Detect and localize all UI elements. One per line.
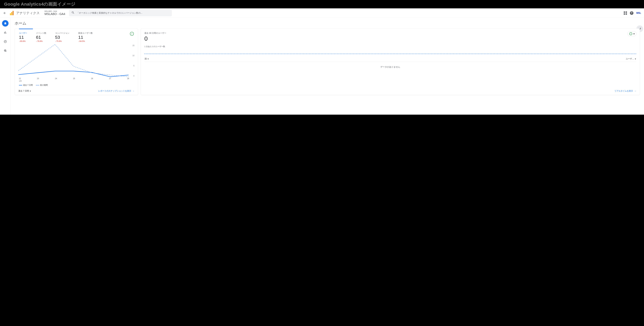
no-data-message: データがありません bbox=[144, 62, 636, 72]
link-label: レポートのスナップショットを表示 bbox=[98, 90, 131, 92]
legend-swatch-dash bbox=[36, 85, 39, 85]
x-tick: 23 bbox=[37, 77, 39, 79]
metrics-row: ユーザー 11 ↓65.6% イベント数 61 ↓76.8% コンバージョン 5… bbox=[15, 29, 138, 43]
apps-grid-icon[interactable] bbox=[624, 11, 627, 15]
legend-label: 前の期間 bbox=[40, 84, 48, 86]
body-row: ホーム ユーザー 11 ↓65.6% イベント数 61 bbox=[0, 18, 644, 115]
status-pill[interactable]: ✓ ▾ bbox=[628, 31, 636, 36]
realtime-subtitle: 1 分あたりのユーザー数 bbox=[144, 45, 636, 48]
app-name: アナリティクス bbox=[16, 11, 40, 15]
x-tick: 24 bbox=[55, 77, 57, 79]
help-icon[interactable]: ? bbox=[630, 11, 634, 15]
selector-label: 過去 7 日間 bbox=[18, 90, 29, 92]
svg-point-4 bbox=[639, 28, 639, 28]
legend-current: 過去 7 日間 bbox=[19, 84, 33, 86]
metric-events[interactable]: イベント数 61 ↓76.8% bbox=[36, 32, 46, 42]
cards-row: ユーザー 11 ↓65.6% イベント数 61 ↓76.8% コンバージョン 5… bbox=[15, 28, 640, 95]
metric-value: 53 bbox=[55, 35, 70, 40]
metric-label: 新規ユーザー数 bbox=[78, 32, 93, 34]
link-label: リアルタイムを表示 bbox=[614, 90, 633, 92]
analytics-logo-icon bbox=[10, 11, 14, 15]
dimension-selector-right[interactable]: ユーザ… ▾ bbox=[626, 57, 636, 60]
x-tick: 22 bbox=[19, 77, 21, 79]
arrow-down-icon: ↓ bbox=[19, 40, 20, 42]
y-tick: 0 bbox=[133, 75, 134, 77]
chevron-down-icon: ▾ bbox=[634, 32, 634, 35]
arrow-right-icon: → bbox=[634, 90, 636, 92]
legend-swatch-solid bbox=[19, 85, 22, 85]
card-footer: リアルタイムを表示 → bbox=[144, 90, 636, 92]
home-icon bbox=[4, 22, 7, 25]
y-tick: 5 bbox=[133, 65, 134, 67]
outer-overlay-title: Google Analytics4の画面イメージ bbox=[0, 0, 644, 8]
line-chart bbox=[18, 44, 128, 77]
metric-delta: ↓76.8% bbox=[36, 40, 46, 42]
search-icon bbox=[72, 11, 74, 15]
svg-point-3 bbox=[640, 27, 641, 28]
selector-label: 国 bbox=[145, 57, 147, 60]
arrow-right-icon: → bbox=[132, 90, 134, 92]
overview-card: ユーザー 11 ↓65.6% イベント数 61 ↓76.8% コンバージョン 5… bbox=[15, 28, 138, 95]
realtime-title: 過去 30 分間のユーザー bbox=[144, 32, 636, 34]
metric-value: 11 bbox=[78, 35, 93, 40]
metric-users[interactable]: ユーザー 11 ↓65.6% bbox=[19, 32, 27, 42]
trend-circle-icon bbox=[4, 40, 7, 43]
arrow-down-icon: ↓ bbox=[55, 40, 56, 42]
date-range-selector[interactable]: 過去 7 日間 ▾ bbox=[18, 90, 31, 92]
realtime-value: 0 bbox=[144, 35, 636, 42]
chevron-down-icon: ▾ bbox=[635, 58, 636, 60]
metric-label: イベント数 bbox=[36, 32, 46, 34]
main-content: ホーム ユーザー 11 ↓65.6% イベント数 61 bbox=[10, 18, 644, 115]
metric-delta: ↓64.5% bbox=[78, 40, 93, 42]
svg-point-2 bbox=[5, 50, 6, 51]
arrow-down-icon: ↓ bbox=[78, 40, 79, 42]
page-title: ホーム bbox=[15, 21, 640, 26]
search-box[interactable]: 「オーガニック検索と直接的なチャネルでのコンバージョン数の... bbox=[69, 10, 172, 16]
realtime-card: ✓ ▾ 過去 30 分間のユーザー 0 1 分あたりのユーザー数 国 ▾ ユーザ… bbox=[141, 28, 640, 95]
metric-conversions[interactable]: コンバージョン 53 ↓75.9% bbox=[55, 32, 70, 42]
view-snapshot-link[interactable]: レポートのスナップショットを表示 → bbox=[98, 90, 134, 92]
property-main-label: MSLABO - GA4 bbox=[44, 12, 65, 16]
app-window: アナリティクス MSLABO - GA4 MSLABO - GA4 「オーガニッ… bbox=[0, 8, 644, 115]
check-circle-icon: ✓ bbox=[629, 32, 632, 35]
x-tick: 26 bbox=[91, 77, 93, 79]
chevron-down-icon: ▾ bbox=[148, 58, 149, 60]
metric-delta: ↓65.6% bbox=[19, 40, 27, 42]
metric-label: コンバージョン bbox=[55, 32, 70, 34]
sidebar bbox=[0, 18, 10, 115]
bar-chart-icon bbox=[4, 31, 7, 34]
account-badge[interactable]: MSL bbox=[636, 12, 641, 14]
topbar: アナリティクス MSLABO - GA4 MSLABO - GA4 「オーガニッ… bbox=[0, 8, 644, 18]
back-button[interactable] bbox=[2, 10, 8, 16]
x-axis-sublabel: 1月 bbox=[15, 80, 138, 82]
arrow-down-icon: ↓ bbox=[36, 40, 37, 42]
card-footer: 過去 7 日間 ▾ レポートのスナップショットを表示 → bbox=[15, 87, 138, 95]
metric-new-users[interactable]: 新規ユーザー数 11 ↓64.5% bbox=[78, 32, 93, 42]
property-selector[interactable]: MSLABO - GA4 MSLABO - GA4 bbox=[44, 10, 65, 16]
dimension-selector-left[interactable]: 国 ▾ bbox=[145, 57, 149, 60]
property-sublabel: MSLABO - GA4 bbox=[44, 10, 65, 12]
metric-value: 61 bbox=[36, 35, 46, 40]
search-placeholder-text: 「オーガニック検索と直接的なチャネルでのコンバージョン数の... bbox=[77, 11, 170, 14]
legend-previous: 前の期間 bbox=[36, 84, 48, 86]
arrow-left-icon bbox=[3, 11, 6, 15]
legend-label: 過去 7 日間 bbox=[23, 84, 33, 86]
sidebar-item-home[interactable] bbox=[2, 20, 8, 26]
chevron-down-icon: ▾ bbox=[30, 90, 31, 92]
dimension-header-row: 国 ▾ ユーザ… ▾ bbox=[144, 56, 636, 62]
target-click-icon bbox=[4, 49, 7, 52]
y-tick: 10 bbox=[132, 55, 134, 57]
y-tick: 15 bbox=[132, 44, 134, 46]
metric-value: 11 bbox=[19, 35, 27, 40]
sidebar-item-explore[interactable] bbox=[2, 38, 8, 45]
selector-label: ユーザ… bbox=[626, 57, 634, 60]
status-check-icon[interactable]: ✓ bbox=[130, 32, 134, 36]
sidebar-item-advertising[interactable] bbox=[2, 47, 8, 54]
sparkline-placeholder bbox=[144, 54, 636, 54]
chart-legend: 過去 7 日間 前の期間 bbox=[15, 82, 138, 87]
x-tick: 28 bbox=[127, 77, 129, 79]
topbar-right: ? MSL bbox=[624, 11, 642, 15]
view-realtime-link[interactable]: リアルタイムを表示 → bbox=[614, 90, 636, 92]
chart-area: 15 10 5 0 bbox=[15, 43, 138, 77]
sidebar-item-reports[interactable] bbox=[2, 29, 8, 36]
